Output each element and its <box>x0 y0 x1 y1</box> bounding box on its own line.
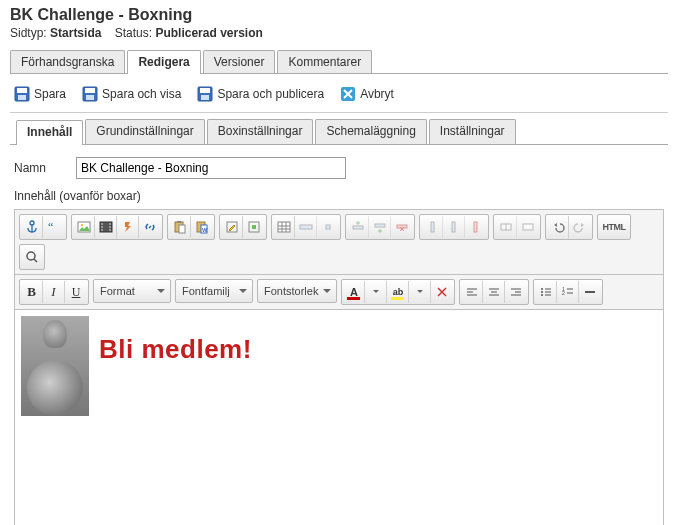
col-before-icon[interactable] <box>421 216 443 238</box>
svg-point-12 <box>80 224 82 226</box>
svg-point-45 <box>27 252 35 260</box>
hr-button[interactable] <box>579 281 601 303</box>
anchor-icon[interactable] <box>21 216 43 238</box>
editor-canvas[interactable]: Bli medlem! <box>14 310 664 525</box>
highlight-color-button[interactable]: ab <box>387 281 409 303</box>
svg-rect-21 <box>177 221 181 223</box>
subtab-settings[interactable]: Inställningar <box>429 119 516 144</box>
underline-button[interactable]: U <box>65 281 87 303</box>
svg-point-56 <box>541 288 543 290</box>
svg-rect-36 <box>353 226 363 229</box>
media-icon[interactable] <box>95 216 117 238</box>
table-row-props-icon[interactable] <box>295 216 317 238</box>
svg-rect-26 <box>227 222 237 232</box>
content-headline[interactable]: Bli medlem! <box>99 334 252 365</box>
svg-rect-15 <box>101 226 103 228</box>
row-after-icon[interactable] <box>369 216 391 238</box>
save-publish-button[interactable]: Spara och publicera <box>197 86 324 102</box>
page-meta: Sidtyp: Startsida Status: Publicerad ver… <box>10 26 668 40</box>
quote-icon[interactable]: “ <box>43 216 65 238</box>
editor-toolbar-2: B I U Format Fontfamilj Fontstorlek A ab <box>14 274 664 310</box>
page-title: BK Challenge - Boxning <box>10 6 668 24</box>
subtab-basic-settings[interactable]: Grundinställningar <box>85 119 204 144</box>
subtab-content[interactable]: Innehåll <box>16 120 83 145</box>
insert-box-icon[interactable] <box>243 216 265 238</box>
editor-toolbar-1: “ W <box>14 209 664 275</box>
svg-rect-7 <box>200 88 210 93</box>
merge-cell-icon[interactable] <box>517 216 539 238</box>
svg-rect-24 <box>201 225 207 233</box>
tab-versions[interactable]: Versioner <box>203 50 276 73</box>
status-label: Status: <box>115 26 152 40</box>
row-before-icon[interactable] <box>347 216 369 238</box>
paste-word-icon[interactable]: W <box>191 216 213 238</box>
pagetype-label: Sidtyp: <box>10 26 47 40</box>
italic-button[interactable]: I <box>43 281 65 303</box>
search-icon[interactable] <box>21 246 43 268</box>
edit-box-icon[interactable] <box>221 216 243 238</box>
undo-icon[interactable] <box>547 216 569 238</box>
content-image[interactable] <box>21 316 89 416</box>
name-input[interactable] <box>76 157 346 179</box>
bold-button[interactable]: B <box>21 281 43 303</box>
svg-rect-5 <box>86 95 94 100</box>
svg-rect-14 <box>101 223 103 225</box>
highlight-color-menu[interactable] <box>409 281 431 303</box>
fontfamily-select-label: Fontfamilj <box>182 285 230 297</box>
cancel-button[interactable]: Avbryt <box>340 86 394 102</box>
col-after-icon[interactable] <box>443 216 465 238</box>
row-delete-icon[interactable] <box>391 216 413 238</box>
save-show-label: Spara och visa <box>102 87 181 101</box>
save-show-button[interactable]: Spara och visa <box>82 86 181 102</box>
svg-text:W: W <box>202 227 208 233</box>
save-icon <box>197 86 213 102</box>
svg-rect-23 <box>197 222 205 232</box>
link-icon[interactable] <box>139 216 161 238</box>
svg-rect-34 <box>300 225 312 229</box>
bullet-list-button[interactable] <box>535 281 557 303</box>
subtab-scheduling[interactable]: Schemaläggning <box>315 119 426 144</box>
svg-rect-11 <box>78 222 90 232</box>
split-cell-icon[interactable] <box>495 216 517 238</box>
numbered-list-button[interactable]: 12 <box>557 281 579 303</box>
table-icon[interactable] <box>273 216 295 238</box>
svg-rect-17 <box>109 223 111 225</box>
text-color-menu[interactable] <box>365 281 387 303</box>
html-source-button[interactable]: HTML <box>599 216 629 238</box>
save-button[interactable]: Spara <box>14 86 66 102</box>
flash-icon[interactable] <box>117 216 139 238</box>
svg-rect-42 <box>501 224 511 230</box>
col-delete-icon[interactable] <box>465 216 487 238</box>
table-cell-props-icon[interactable] <box>317 216 339 238</box>
align-left-button[interactable] <box>461 281 483 303</box>
svg-rect-38 <box>397 225 407 228</box>
svg-rect-27 <box>249 222 259 232</box>
svg-point-57 <box>541 291 543 293</box>
image-icon[interactable] <box>73 216 95 238</box>
save-icon <box>82 86 98 102</box>
paste-icon[interactable] <box>169 216 191 238</box>
svg-text:2: 2 <box>562 290 565 296</box>
tab-comments[interactable]: Kommentarer <box>277 50 372 73</box>
align-center-button[interactable] <box>483 281 505 303</box>
redo-icon[interactable] <box>569 216 591 238</box>
status-value: Publicerad version <box>155 26 262 40</box>
svg-line-46 <box>34 259 37 262</box>
save-publish-label: Spara och publicera <box>217 87 324 101</box>
svg-text:1: 1 <box>562 286 565 292</box>
fontsize-select[interactable]: Fontstorlek <box>257 279 337 303</box>
sub-tabbar: Innehåll Grundinställningar Boxinställni… <box>10 119 668 145</box>
svg-rect-20 <box>175 222 183 232</box>
subtab-box-settings[interactable]: Boxinställningar <box>207 119 314 144</box>
save-label: Spara <box>34 87 66 101</box>
svg-rect-4 <box>85 88 95 93</box>
fontfamily-select[interactable]: Fontfamilj <box>175 279 253 303</box>
main-tabbar: Förhandsgranska Redigera Versioner Komme… <box>10 48 668 74</box>
align-right-button[interactable] <box>505 281 527 303</box>
format-select[interactable]: Format <box>93 279 171 303</box>
svg-rect-18 <box>109 226 111 228</box>
fontsize-select-label: Fontstorlek <box>264 285 318 297</box>
tab-edit[interactable]: Redigera <box>127 50 200 74</box>
tab-preview[interactable]: Förhandsgranska <box>10 50 125 73</box>
text-color-button[interactable]: A <box>343 281 365 303</box>
